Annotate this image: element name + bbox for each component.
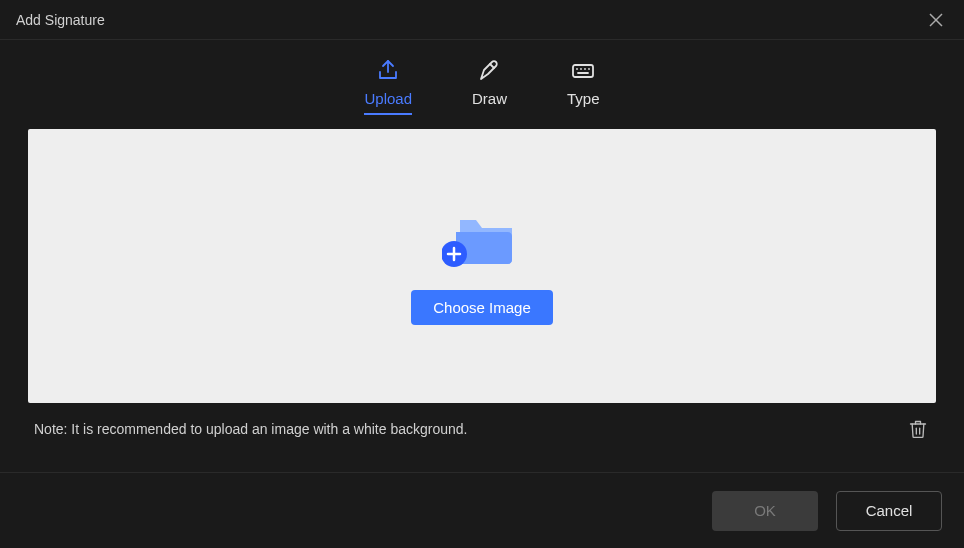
tabs: Upload Draw Type <box>0 40 964 119</box>
tab-draw[interactable]: Draw <box>472 58 507 115</box>
delete-button[interactable] <box>906 417 930 441</box>
note-row: Note: It is recommended to upload an ima… <box>0 403 964 441</box>
draw-icon <box>478 58 502 82</box>
cancel-button[interactable]: Cancel <box>836 491 942 531</box>
close-button[interactable] <box>924 8 948 32</box>
titlebar: Add Signature <box>0 0 964 40</box>
type-icon <box>571 58 595 82</box>
tab-type-label: Type <box>567 90 600 107</box>
tab-upload-label: Upload <box>364 90 412 107</box>
dialog-title: Add Signature <box>16 12 105 28</box>
upload-icon <box>376 58 400 82</box>
trash-icon <box>908 419 928 439</box>
choose-image-button[interactable]: Choose Image <box>411 290 553 325</box>
footer: OK Cancel <box>0 472 964 548</box>
ok-button[interactable]: OK <box>712 491 818 531</box>
svg-rect-4 <box>573 65 593 77</box>
tab-draw-label: Draw <box>472 90 507 107</box>
note-text: Note: It is recommended to upload an ima… <box>34 421 467 437</box>
folder-plus-icon <box>442 208 522 268</box>
tab-upload[interactable]: Upload <box>364 58 412 115</box>
tab-type[interactable]: Type <box>567 58 600 115</box>
upload-area: Choose Image <box>28 129 936 403</box>
svg-line-3 <box>490 64 494 68</box>
close-icon <box>929 13 943 27</box>
